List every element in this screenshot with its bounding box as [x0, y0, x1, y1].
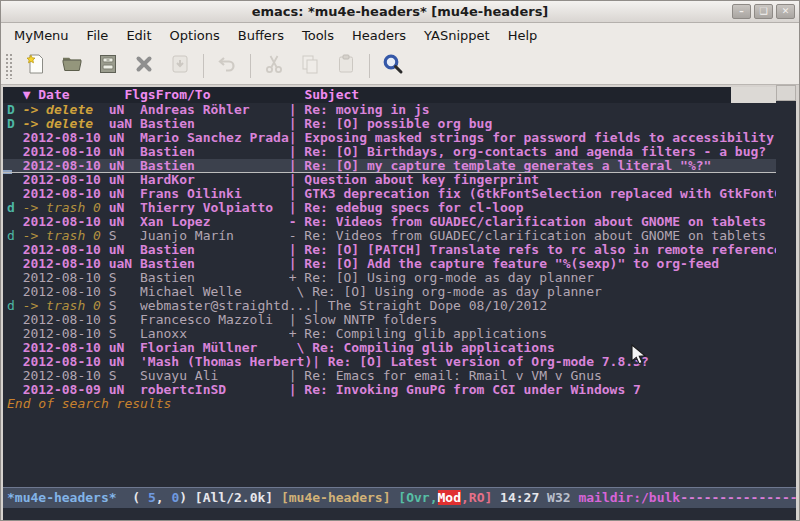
toolbar-button-close[interactable]	[126, 50, 162, 82]
message-from: Lanoxx	[140, 327, 289, 341]
message-mark	[7, 187, 23, 201]
message-row[interactable]: 2012-08-10uNFlorian Müllner \ Re: Compil…	[3, 341, 776, 355]
message-flags: S	[109, 271, 140, 285]
message-flags: uN	[109, 355, 140, 369]
message-row[interactable]: d-> trash 0Swebmaster@straightd...| The …	[3, 299, 776, 313]
message-date: 2012-08-10	[23, 173, 109, 187]
message-flags: S	[109, 299, 140, 313]
toolbar-button-new-file[interactable]	[18, 50, 54, 82]
message-flags: S	[109, 229, 140, 243]
modeline-segment-plain: )	[179, 490, 195, 505]
message-subject: + Re: [O] Using org-mode as day planner	[289, 271, 776, 285]
menubar: MyMenuFileEditOptionsBuffersToolsHeaders…	[1, 23, 799, 47]
message-list: D-> deleteuNAndreas Röhler| Re: moving i…	[3, 103, 776, 397]
message-row[interactable]: 2012-08-10SFrancesco Mazzoli| Slow NNTP …	[3, 313, 776, 327]
message-flags: uN	[109, 131, 140, 145]
menu-yasnippet[interactable]: YASnippet	[415, 25, 499, 46]
message-row[interactable]: 2012-08-10uNXan Lopez- Re: Videos from G…	[3, 215, 776, 229]
message-row[interactable]: 2012-08-10uNHardKor| Question about key …	[3, 173, 776, 187]
menu-options[interactable]: Options	[161, 25, 229, 46]
menu-headers[interactable]: Headers	[343, 25, 415, 46]
message-mark	[7, 257, 23, 271]
toolbar-button-save[interactable]	[90, 50, 126, 82]
message-row[interactable]: D-> deleteuNAndreas Röhler| Re: moving i…	[3, 103, 776, 117]
toolbar-grip-handle[interactable]	[5, 53, 14, 79]
message-subject: | Re: [O] my capture template generates …	[289, 159, 776, 173]
maximize-button[interactable]: ❑	[754, 4, 773, 19]
message-subject: | Re: moving in js	[289, 103, 776, 117]
message-date: -> trash 0	[23, 201, 109, 215]
message-row[interactable]: 2012-08-10uNMario Sanchez Prada| Exposin…	[3, 131, 776, 145]
message-row[interactable]: 2012-08-10SLanoxx+ Re: Compiling glib ap…	[3, 327, 776, 341]
message-flags: S	[109, 327, 140, 341]
import-icon	[168, 52, 192, 80]
message-from: robertcInSD	[140, 383, 289, 397]
message-subject: - Re: Videos from GUADEC/clarification a…	[289, 229, 776, 243]
minimize-button[interactable]: –	[732, 4, 751, 19]
message-row[interactable]: 2012-08-10uNBastien| Re: [O] [PATCH] Tra…	[3, 243, 776, 257]
subject-column-header[interactable]: Subject	[304, 87, 359, 103]
menu-tools[interactable]: Tools	[293, 25, 343, 46]
menu-mymenu[interactable]: MyMenu	[5, 25, 78, 46]
message-row[interactable]: 2012-08-10uNBastien| Re: [O] my capture …	[3, 159, 776, 173]
message-flags: uN	[109, 201, 140, 215]
modeline-segment-num: 5	[148, 490, 156, 505]
message-row[interactable]: 2012-08-10SSuvayu Ali| Re: Emacs for ema…	[3, 369, 776, 383]
message-subject: \ Re: [O] Using org-mode as day planner	[289, 285, 776, 299]
message-from: Bastien	[140, 159, 289, 173]
message-from: Mario Sanchez Prada	[140, 131, 289, 145]
message-from: webmaster@straightd...	[140, 299, 312, 313]
from-column-header[interactable]: From/To	[156, 87, 305, 103]
message-row[interactable]: d-> trash 0SJuanjo Marín- Re: Videos fro…	[3, 229, 776, 243]
buffer-content: ▼ DateFlgsFrom/ToSubject D-> deleteuNAnd…	[3, 85, 776, 487]
message-flags: uN	[109, 103, 140, 117]
message-from: Francesco Mazzoli	[140, 313, 289, 327]
toolbar-button-search[interactable]	[375, 50, 411, 82]
message-row[interactable]: 2012-08-10uNFrans Oilinki| GTK3 deprecat…	[3, 187, 776, 201]
flags-column-header[interactable]: Flgs	[124, 87, 155, 103]
message-mark	[7, 173, 23, 187]
scrollbar[interactable]	[776, 85, 796, 487]
message-row[interactable]: 2012-08-10uNBastien| Re: [O] Birthdays, …	[3, 145, 776, 159]
message-subject: | Re: edebug specs for cl-loop	[289, 201, 776, 215]
message-row[interactable]: 2012-08-10uN'Mash (Thomas Herbert)| Re: …	[3, 355, 776, 369]
message-flags: uN	[109, 187, 140, 201]
message-date: 2012-08-10	[23, 355, 109, 369]
menu-file[interactable]: File	[78, 25, 118, 46]
message-subject: | Question about key fingerprint	[289, 173, 776, 187]
close-button[interactable]: ✕	[776, 4, 795, 19]
header-line: ▼ DateFlgsFrom/ToSubject	[3, 85, 776, 103]
toolbar-button-paste	[328, 50, 364, 82]
message-from: Juanjo Marín	[140, 229, 289, 243]
message-mark	[7, 327, 23, 341]
message-mark	[7, 369, 23, 383]
message-row[interactable]: 2012-08-10SBastien+ Re: [O] Using org-mo…	[3, 271, 776, 285]
message-row[interactable]: D-> deleteuaNBastien| Re: [O] possible o…	[3, 117, 776, 131]
menu-help[interactable]: Help	[499, 25, 547, 46]
message-mark	[7, 285, 23, 299]
toolbar-button-cut	[256, 50, 292, 82]
message-subject: | Re: [O] Latest version of Org-mode 7.8…	[312, 355, 776, 369]
message-row[interactable]: d-> trash 0uNThierry Volpiatto| Re: edeb…	[3, 201, 776, 215]
menu-edit[interactable]: Edit	[117, 25, 160, 46]
message-from: Bastien	[140, 145, 289, 159]
message-row[interactable]: 2012-08-10uaNBastien| Re: [O] Add the ca…	[3, 257, 776, 271]
titlebar[interactable]: emacs: *mu4e-headers* [mu4e-headers] –❑✕	[1, 1, 799, 23]
message-row[interactable]: 2012-08-09uNrobertcInSD| Re: Invoking Gn…	[3, 383, 776, 397]
menu-buffers[interactable]: Buffers	[229, 25, 293, 46]
message-flags: uN	[109, 159, 140, 173]
toolbar-button-open-folder[interactable]	[54, 50, 90, 82]
scrollbar-thumb[interactable]	[776, 85, 796, 101]
date-column-header[interactable]: ▼ Date	[23, 87, 125, 103]
modeline-segment-ovr: [Ovr,	[398, 490, 437, 505]
modeline-segment-buffer: [mu4e-headers]	[281, 490, 391, 505]
message-from: Bastien	[140, 271, 289, 285]
message-date: 2012-08-10	[23, 313, 109, 327]
message-row[interactable]: 2012-08-10SMichael Welle \ Re: [O] Using…	[3, 285, 776, 299]
message-subject: | Exposing masked strings for password f…	[289, 131, 776, 145]
message-mark	[7, 215, 23, 229]
copy-icon	[298, 52, 322, 80]
message-flags: S	[109, 369, 140, 383]
modeline-segment-plain: (	[117, 490, 148, 505]
save-icon	[96, 52, 120, 80]
